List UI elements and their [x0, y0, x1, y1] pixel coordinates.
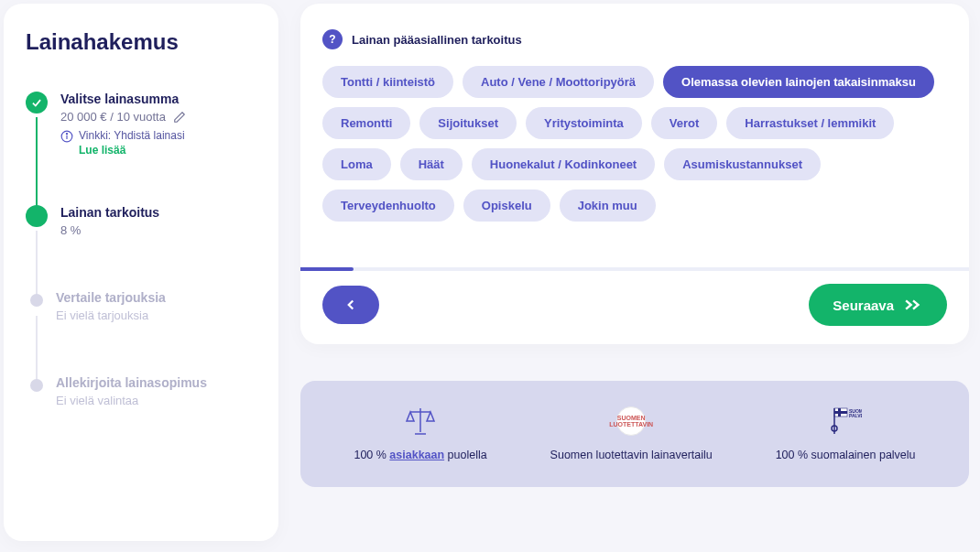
progress-bar	[300, 267, 969, 271]
main-content: ? Lainan pääasiallinen tarkoitus Tontti …	[300, 4, 969, 541]
trust-item-finnish: SUOMALAISTA PALVELUA 100 % suomalainen p…	[776, 406, 916, 461]
question-mark-icon[interactable]: ?	[322, 29, 343, 49]
step-title: Allekirjoita lainasopimus	[56, 375, 256, 390]
tip: Vinkki: Yhdistä lainasi Lue lisää	[60, 129, 256, 157]
step-subtitle: Ei vielä valintaa	[56, 394, 138, 407]
svg-text:PALVELUA: PALVELUA	[849, 413, 862, 418]
tip-label: Vinkki: Yhdistä lainasi	[79, 129, 185, 142]
trust-badge-icon: SUOMENLUOTETTAVIN	[616, 406, 646, 436]
trust-item-reliable: SUOMENLUOTETTAVIN Suomen luotettavin lai…	[550, 406, 713, 461]
step-connector	[36, 231, 38, 298]
tip-link[interactable]: Lue lisää	[79, 144, 185, 158]
chevron-left-icon	[343, 297, 359, 313]
trust-item-customer: 100 % asiakkaan puolella	[354, 406, 486, 461]
purpose-option[interactable]: Asumiskustannukset	[664, 148, 821, 180]
next-button-label: Seuraava	[833, 298, 894, 313]
step-list: Valitse lainasumma 20 000 € / 10 vuotta …	[26, 92, 256, 413]
double-chevron-right-icon	[903, 298, 923, 312]
step-title: Lainan tarkoitus	[60, 205, 256, 220]
purpose-option[interactable]: Yritystoiminta	[526, 107, 642, 139]
nav-row: Seuraava	[322, 284, 947, 326]
step-compare: Vertaile tarjouksia Ei vielä tarjouksia	[26, 290, 256, 328]
progress-fill	[300, 267, 354, 271]
step-subtitle: Ei vielä tarjouksia	[56, 308, 148, 322]
app-title: Lainahakemus	[26, 29, 256, 55]
purpose-option[interactable]: Jokin muu	[560, 189, 656, 222]
sidebar: Lainahakemus Valitse lainasumma 20 000 €…	[4, 4, 278, 541]
info-icon	[60, 130, 73, 143]
svg-point-2	[66, 134, 67, 135]
purpose-option[interactable]: Terveydenhuolto	[322, 189, 454, 222]
purpose-option[interactable]: Opiskelu	[463, 189, 550, 222]
step-purpose[interactable]: Lainan tarkoitus 8 %	[26, 205, 256, 243]
back-button[interactable]	[322, 286, 379, 324]
step-connector	[36, 316, 38, 383]
step-title: Valitse lainasumma	[60, 92, 256, 106]
purpose-option[interactable]: Loma	[322, 148, 391, 180]
trust-label: Suomen luotettavin lainavertailu	[550, 449, 713, 461]
checkmark-icon	[26, 92, 48, 114]
pending-dot-icon	[30, 379, 43, 392]
purpose-option[interactable]: Huonekalut / Kodinkoneet	[472, 148, 655, 180]
edit-icon[interactable]	[173, 111, 186, 124]
step-amount[interactable]: Valitse lainasumma 20 000 € / 10 vuotta …	[26, 92, 256, 157]
trust-banner: 100 % asiakkaan puolella SUOMENLUOTETTAV…	[300, 381, 969, 487]
purpose-option[interactable]: Häät	[400, 148, 463, 180]
purpose-option[interactable]: Sijoitukset	[419, 107, 517, 139]
step-title: Vertaile tarjouksia	[56, 290, 256, 305]
scales-icon	[405, 406, 436, 436]
flag-key-icon: SUOMALAISTA PALVELUA	[829, 406, 862, 436]
purpose-option[interactable]: Olemassa olevien lainojen takaisinmaksu	[663, 66, 934, 98]
pending-dot-icon	[30, 294, 43, 307]
next-button[interactable]: Seuraava	[809, 284, 947, 326]
trust-link[interactable]: asiakkaan	[389, 449, 444, 461]
question-label: Lainan pääasiallinen tarkoitus	[352, 33, 522, 47]
step-subtitle: 8 %	[60, 223, 81, 237]
purpose-option[interactable]: Auto / Vene / Moottoripyörä	[463, 66, 654, 98]
step-subtitle: 20 000 € / 10 vuotta	[60, 110, 166, 124]
purpose-option[interactable]: Harrastukset / lemmikit	[726, 107, 894, 139]
purpose-option[interactable]: Verot	[651, 107, 718, 139]
step-connector	[36, 117, 38, 212]
svg-rect-8	[834, 411, 847, 414]
trust-label: 100 % suomalainen palvelu	[776, 449, 916, 461]
trust-label: 100 % asiakkaan puolella	[354, 449, 486, 461]
question-card: ? Lainan pääasiallinen tarkoitus Tontti …	[300, 4, 969, 344]
purpose-option[interactable]: Tontti / kiinteistö	[322, 66, 453, 98]
option-chips: Tontti / kiinteistöAuto / Vene / Moottor…	[322, 66, 947, 222]
purpose-option[interactable]: Remontti	[322, 107, 410, 139]
step-sign: Allekirjoita lainasopimus Ei vielä valin…	[26, 375, 256, 413]
active-dot-icon	[26, 205, 48, 227]
